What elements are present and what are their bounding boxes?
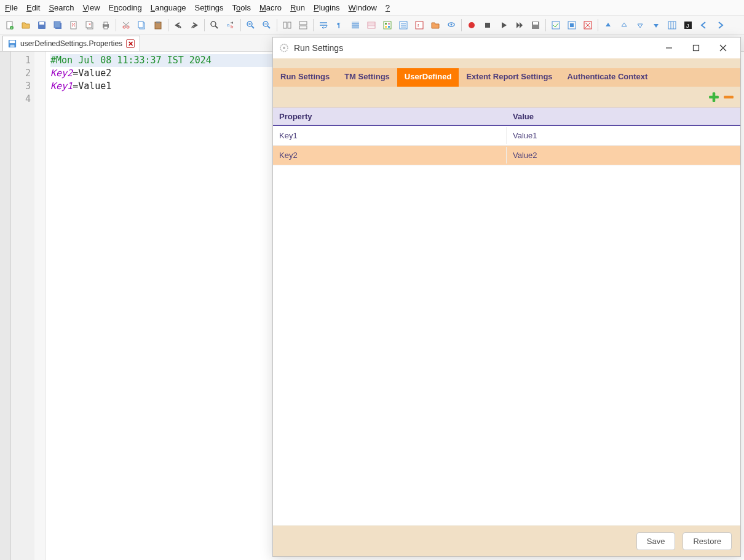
cut-icon[interactable] [119, 18, 133, 33]
toolbar-separator [313, 19, 314, 31]
dialog-footer: Save Restore [273, 526, 740, 556]
sort-asc-icon[interactable] [601, 18, 615, 33]
arrow-left-icon[interactable] [697, 18, 711, 33]
remove-icon[interactable] [723, 92, 734, 103]
open-folder-icon[interactable] [18, 18, 33, 33]
save-icon[interactable] [34, 18, 49, 33]
menu-window[interactable]: Window [349, 3, 377, 12]
dialog-strip [273, 58, 740, 68]
restore-button[interactable]: Restore [683, 532, 732, 550]
arrow-right-icon[interactable] [713, 18, 727, 33]
menu-macro[interactable]: Macro [259, 3, 282, 12]
svg-line-29 [251, 26, 254, 28]
svg-rect-87 [709, 96, 719, 99]
svg-rect-6 [54, 22, 60, 28]
minimize-button[interactable] [655, 39, 683, 57]
monitor-icon[interactable] [444, 18, 459, 33]
svg-rect-36 [288, 22, 291, 28]
undo-icon[interactable] [171, 18, 186, 33]
menu-search[interactable]: Search [49, 3, 74, 12]
grid-row[interactable]: Key2 Value2 [273, 146, 740, 165]
btn2-icon[interactable] [564, 18, 579, 33]
print-icon[interactable] [98, 18, 113, 33]
zoom-out-icon[interactable] [259, 18, 274, 33]
zoom-in-icon[interactable] [243, 18, 258, 33]
find-icon[interactable] [207, 18, 222, 33]
function-list-icon[interactable]: f [412, 18, 427, 33]
menu-plugins[interactable]: Plugins [314, 3, 340, 12]
show-symbols-icon[interactable]: ¶ [332, 18, 347, 33]
sync-v-icon[interactable] [280, 18, 295, 33]
sort-desc-icon[interactable] [649, 18, 663, 33]
menu-view[interactable]: View [83, 3, 100, 12]
menu-tools[interactable]: Tools [232, 3, 251, 12]
wordwrap-icon[interactable] [316, 18, 331, 33]
tab-tm-settings[interactable]: TM Settings [337, 68, 397, 87]
add-icon[interactable] [708, 92, 719, 103]
menu-language[interactable]: Language [151, 3, 186, 12]
btn3-icon[interactable] [580, 18, 595, 33]
paste-icon[interactable] [151, 18, 165, 33]
svg-rect-88 [724, 96, 734, 99]
play-icon[interactable] [496, 18, 511, 33]
folder-icon[interactable] [428, 18, 443, 33]
dialog-grid-toolbar [273, 87, 740, 108]
toolbar-separator [168, 19, 168, 31]
svg-rect-63 [485, 23, 490, 28]
menu-encoding[interactable]: Encoding [109, 3, 142, 12]
code-eq: = [73, 68, 78, 79]
save-button[interactable]: Save [636, 532, 676, 550]
svg-text:a: a [227, 22, 230, 28]
menu-edit[interactable]: Edit [26, 3, 40, 12]
tab-extent-report[interactable]: Extent Report Settings [459, 68, 560, 87]
sync-h-icon[interactable] [296, 18, 311, 33]
toolbar: +×ab¶fJ [0, 16, 744, 34]
tab-authenticate-context[interactable]: Authenticate Context [560, 68, 655, 87]
svg-line-33 [267, 26, 270, 28]
menu-settings[interactable]: Settings [195, 3, 224, 12]
stop-icon[interactable] [480, 18, 495, 33]
redo-icon[interactable] [187, 18, 202, 33]
svg-rect-35 [283, 22, 287, 28]
svg-text:b: b [231, 24, 234, 30]
cell-value[interactable]: Value1 [507, 127, 740, 144]
black-box-icon[interactable]: J [681, 18, 695, 33]
tab-userdefined[interactable]: UserDefined [397, 68, 459, 87]
line-number: 4 [11, 93, 31, 106]
close-all-icon[interactable]: × [82, 18, 97, 33]
sort-up-icon[interactable] [617, 18, 631, 33]
indent-guide-icon[interactable] [348, 18, 363, 33]
menu-[interactable]: ? [386, 3, 390, 12]
doc-list-icon[interactable] [396, 18, 411, 33]
copy-icon[interactable] [135, 18, 149, 33]
save-macro-icon[interactable] [528, 18, 543, 33]
new-file-icon[interactable]: + [2, 18, 17, 33]
maximize-button[interactable] [683, 39, 710, 57]
cell-value[interactable]: Value2 [507, 147, 740, 164]
close-file-icon[interactable] [66, 18, 81, 33]
close-button[interactable] [710, 39, 737, 57]
cell-property[interactable]: Key2 [273, 147, 507, 164]
cell-property[interactable]: Key1 [273, 127, 507, 144]
col-mode-icon[interactable] [665, 18, 679, 33]
sort-down-icon[interactable] [633, 18, 647, 33]
svg-point-61 [451, 23, 453, 25]
grid-header: Property Value [273, 108, 740, 126]
menu-file[interactable]: File [5, 3, 18, 12]
file-tab[interactable]: userDefinedSettings.Properties ✕ [2, 36, 140, 51]
menu-run[interactable]: Run [290, 3, 305, 12]
svg-rect-68 [570, 23, 574, 27]
tab-run-settings[interactable]: Run Settings [273, 68, 337, 87]
record-icon[interactable] [464, 18, 479, 33]
btn1-icon[interactable] [548, 18, 563, 33]
fastfwd-icon[interactable] [512, 18, 527, 33]
svg-rect-14 [104, 22, 108, 25]
lang-icon[interactable] [364, 18, 379, 33]
code-val: Value2 [78, 68, 111, 79]
grid-row[interactable]: Key1 Value1 [273, 126, 740, 146]
replace-icon[interactable]: ab [223, 18, 238, 33]
svg-rect-23 [156, 22, 160, 23]
doc-map-icon[interactable] [380, 18, 395, 33]
close-icon[interactable]: ✕ [126, 39, 135, 48]
save-all-icon[interactable] [50, 18, 65, 33]
